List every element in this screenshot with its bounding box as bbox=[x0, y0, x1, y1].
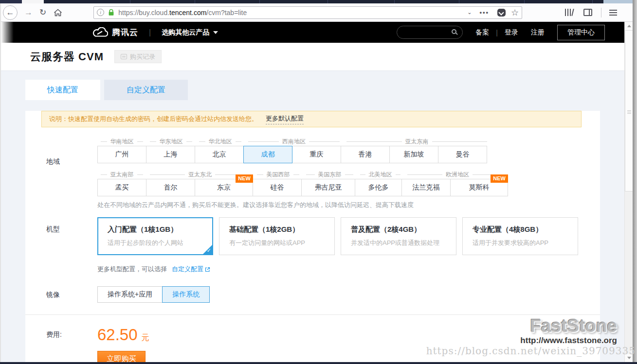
url-text[interactable]: https://buy.cloud.tencent.com/cvm?tab=li… bbox=[118, 9, 463, 17]
region-shanghai[interactable]: 上海 bbox=[146, 146, 195, 163]
toolbar-separator bbox=[601, 8, 601, 17]
instance-card-standard[interactable]: 普及配置（2核4GB） 并发适中的APP或普通数据处理 bbox=[341, 217, 456, 255]
console-button[interactable]: 管理中心 bbox=[557, 25, 605, 40]
region-mumbai[interactable]: 孟买 bbox=[97, 179, 146, 196]
products-menu[interactable]: 选购其他云产品 bbox=[162, 28, 218, 37]
region-group-label: 华北地区 bbox=[196, 137, 245, 146]
page-title: 云服务器 CVM bbox=[30, 50, 104, 64]
notice-bar: 说明：快速配置使用自动生成的密码，创建后密码会通过站内信发送给您。 更多默认配置 bbox=[41, 111, 582, 127]
search-input[interactable] bbox=[397, 26, 463, 39]
register-link[interactable]: 注册 bbox=[531, 28, 545, 37]
check-icon: ✓ bbox=[207, 247, 211, 254]
back-button[interactable]: ← bbox=[3, 5, 18, 20]
login-link[interactable]: 登录 bbox=[505, 28, 518, 37]
bookmark-star-icon[interactable]: ☆ bbox=[510, 7, 519, 18]
page-scrollbar[interactable] bbox=[624, 22, 633, 362]
region-group-label: 亚太东南 bbox=[343, 137, 491, 146]
urlbar-dropdown-icon[interactable]: ⌄ bbox=[463, 9, 475, 16]
region-singapore[interactable]: 新加坡 bbox=[389, 146, 438, 163]
chevron-down-icon bbox=[213, 31, 218, 34]
search-icon[interactable] bbox=[452, 29, 456, 34]
instance-card-entry-selected[interactable]: 入门配置（1核1GB） 适用于起步阶段的个人网站 ✓ bbox=[97, 217, 213, 255]
site-info-icon[interactable]: i bbox=[97, 9, 104, 16]
region-group-label: 美国东部 bbox=[303, 170, 357, 179]
region-group-label: 华东地区 bbox=[146, 137, 196, 146]
tab-strip-segment-right bbox=[603, 0, 637, 3]
back-icon: ← bbox=[6, 8, 15, 17]
region-chengdu-selected[interactable]: 成都 bbox=[243, 146, 292, 163]
price-unit: 元 bbox=[142, 333, 149, 343]
region-hongkong[interactable]: 香港 bbox=[341, 146, 390, 163]
region-guangzhou[interactable]: 广州 bbox=[97, 146, 146, 163]
region-groups-row1: 华南地区 华东地区 华北地区 西南地区 亚太东南 bbox=[97, 137, 511, 146]
region-tokyo[interactable]: 东京 NEW bbox=[195, 179, 253, 196]
price-label: 费用: bbox=[46, 326, 97, 362]
instance-label: 机型 bbox=[46, 217, 97, 274]
sidebar-icon[interactable] bbox=[583, 9, 592, 16]
home-icon[interactable] bbox=[54, 9, 62, 17]
config-card: 说明：快速配置使用自动生成的密码，创建后密码会通过站内信发送给您。 更多默认配置… bbox=[25, 111, 600, 362]
window-bottom-edge bbox=[0, 362, 637, 364]
pocket-icon[interactable] bbox=[497, 9, 506, 17]
instance-card-basic[interactable]: 基础配置（1核2GB） 有一定访问量的网站或APP bbox=[219, 217, 335, 255]
tencent-logo[interactable]: 腾讯云 bbox=[92, 27, 138, 38]
region-group-label: 北美地区 bbox=[357, 170, 404, 179]
instance-row: 机型 入门配置（1核1GB） 适用于起步阶段的个人网站 ✓ 基础配置（1核2GB… bbox=[25, 217, 600, 274]
tab-strip-segment bbox=[0, 0, 22, 3]
forward-icon[interactable]: → bbox=[24, 8, 33, 17]
instance-cards: 入门配置（1核1GB） 适用于起步阶段的个人网站 ✓ 基础配置（1核2GB） 有… bbox=[97, 217, 584, 255]
new-badge: NEW bbox=[491, 174, 508, 183]
region-bangkok[interactable]: 曼谷 bbox=[438, 146, 487, 163]
tab-custom-config[interactable]: 自定义配置 bbox=[104, 80, 188, 100]
region-buttons-row2: 孟买 首尔 东京 NEW 硅谷 弗吉尼亚 多伦多 法兰克福 莫斯科 NEW bbox=[97, 179, 511, 196]
topbar-divider: | bbox=[149, 28, 151, 37]
region-groups-row2: 亚太南部 亚太东北 美国西部 美国东部 北美地区 欧洲地区 bbox=[97, 170, 511, 179]
region-group-label: 西南地区 bbox=[245, 137, 343, 146]
purchase-history-button[interactable]: 购买记录 bbox=[114, 50, 162, 63]
region-group-label: 亚太南部 bbox=[97, 170, 146, 179]
region-frankfurt[interactable]: 法兰克福 bbox=[401, 179, 451, 196]
menu-icon[interactable] bbox=[609, 10, 617, 16]
page-body: 快速配置 自定义配置 说明：快速配置使用自动生成的密码，创建后密码会通过站内信发… bbox=[1, 70, 624, 362]
beian-link[interactable]: 备案 bbox=[475, 28, 489, 37]
library-icon[interactable] bbox=[565, 9, 574, 16]
more-config-line: 更多机型配置，可以选择 自定义配置 bbox=[97, 265, 584, 274]
scrollbar-up-button[interactable] bbox=[625, 22, 633, 30]
region-toronto[interactable]: 多伦多 bbox=[355, 179, 402, 196]
region-beijing[interactable]: 北京 bbox=[195, 146, 244, 163]
external-link-icon bbox=[205, 267, 210, 272]
lock-icon bbox=[108, 9, 114, 16]
tab-strip-active-tab[interactable] bbox=[22, 0, 44, 3]
scrollbar-down-button[interactable] bbox=[625, 354, 633, 362]
image-row: 镜像 操作系统+应用 操作系统 bbox=[25, 286, 600, 303]
page-header: 云服务器 CVM 购买记录 bbox=[1, 43, 624, 70]
region-group-label: 美国西部 bbox=[254, 170, 303, 179]
buy-now-button[interactable]: 立即购买 bbox=[97, 351, 146, 362]
custom-config-link[interactable]: 自定义配置 bbox=[172, 265, 210, 274]
image-label: 镜像 bbox=[46, 286, 97, 303]
url-bar[interactable]: i https://buy.cloud.tencent.com/cvm?tab=… bbox=[93, 6, 522, 19]
tencent-topbar: 腾讯云 | 选购其他云产品 备案 | 登录 注册 管理中心 bbox=[1, 22, 624, 43]
tab-quick-config[interactable]: 快速配置 bbox=[25, 80, 100, 100]
region-buttons-row1: 广州 上海 北京 成都 重庆 香港 新加坡 曼谷 bbox=[97, 146, 511, 163]
browser-toolbar: ← → ↻ i https://buy.cloud.tencent.com/cv… bbox=[0, 3, 637, 22]
region-group-label: 华南地区 bbox=[97, 137, 146, 146]
page-actions-icon[interactable]: ••• bbox=[475, 9, 493, 16]
region-hint: 处在不同地域的云产品内网不通，购买后不能更换。建议选择靠近您客户的地域，以降低访… bbox=[97, 201, 511, 209]
reload-icon[interactable]: ↻ bbox=[39, 8, 46, 17]
region-moscow[interactable]: 莫斯科 NEW bbox=[450, 179, 508, 196]
region-siliconvalley[interactable]: 硅谷 bbox=[253, 179, 302, 196]
history-icon bbox=[121, 54, 127, 59]
more-defaults-link[interactable]: 更多默认配置 bbox=[266, 114, 304, 124]
new-badge: NEW bbox=[236, 174, 253, 183]
region-chongqing[interactable]: 重庆 bbox=[292, 146, 341, 163]
region-virginia[interactable]: 弗吉尼亚 bbox=[301, 179, 355, 196]
region-label: 地域 bbox=[46, 137, 97, 209]
scrollbar-thumb[interactable] bbox=[625, 30, 633, 191]
instance-card-pro[interactable]: 专业配置（4核8GB） 适用于并发要求较高的APP bbox=[462, 217, 578, 255]
region-seoul[interactable]: 首尔 bbox=[146, 179, 195, 196]
browser-tab-strip bbox=[0, 0, 637, 3]
image-option-os-selected[interactable]: 操作系统 bbox=[162, 286, 210, 303]
image-option-os-app[interactable]: 操作系统+应用 bbox=[97, 286, 163, 303]
region-row: 地域 华南地区 华东地区 华北地区 西南地区 亚太东南 广州 上海 北京 成都 bbox=[25, 137, 600, 209]
